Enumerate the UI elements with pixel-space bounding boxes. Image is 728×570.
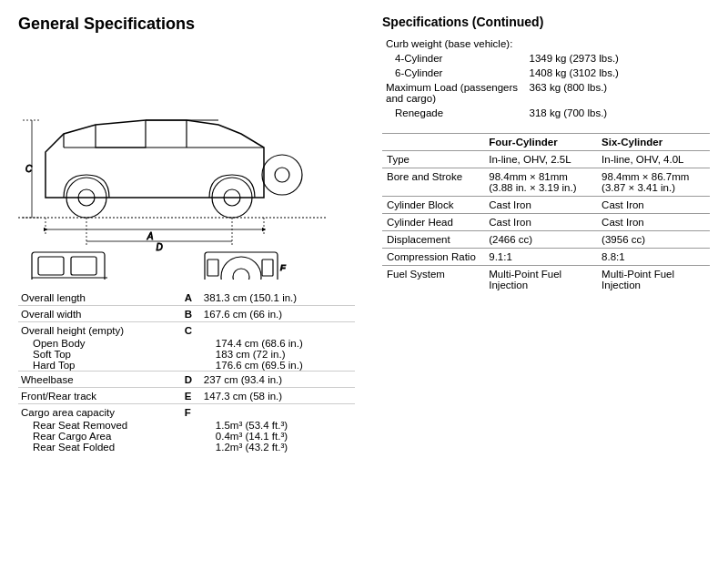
engine-row-label: Type <box>382 151 484 168</box>
engine-row: TypeIn-line, OHV, 2.5LIn-line, OHV, 4.0L <box>382 151 710 168</box>
engine-four-value: Cast Iron <box>484 197 597 214</box>
dim-sub-row: Soft Top183 cm (72 in.) <box>18 349 355 360</box>
engine-row-label: Bore and Stroke <box>382 168 484 197</box>
general-spec-row: Maximum Load (passengers and cargo)363 k… <box>382 80 710 106</box>
gs-label: 4-Cylinder <box>382 51 526 66</box>
engine-row-label: Compression Ratio <box>382 249 484 266</box>
engine-row: Cylinder BlockCast IronCast Iron <box>382 197 710 214</box>
svg-rect-26 <box>71 257 96 275</box>
gs-label: Curb weight (base vehicle): <box>382 36 526 51</box>
engine-row: Compression Ratio9.1:18.8:1 <box>382 249 710 266</box>
engine-six-value: Cast Iron <box>597 197 710 214</box>
general-specs-section: Curb weight (base vehicle):4-Cylinder134… <box>382 36 710 120</box>
svg-text:C: C <box>25 164 33 174</box>
dim-label: Front/Rear track <box>18 388 182 404</box>
engine-six-value: 98.4mm × 86.7mm (3.87 × 3.41 in.) <box>597 168 710 197</box>
dim-letter: A <box>182 290 201 306</box>
engine-six-value: (3956 cc) <box>597 231 710 249</box>
dim-letter: F <box>182 404 201 421</box>
general-specs-table: Curb weight (base vehicle):4-Cylinder134… <box>382 36 710 120</box>
dim-row: Overall lengthA381.3 cm (150.1 in.) <box>18 290 355 306</box>
gs-value <box>526 36 711 51</box>
engine-row-label: Cylinder Head <box>382 214 484 231</box>
svg-text:A: A <box>147 231 154 241</box>
dim-value <box>201 404 355 421</box>
engine-row-label: Displacement <box>382 231 484 249</box>
vehicle-diagram: A D C <box>18 43 337 280</box>
general-spec-row: 4-Cylinder1349 kg (2973 lbs.) <box>382 51 710 66</box>
engine-col-four-header: Four-Cylinder <box>484 134 597 151</box>
dim-sub-label: Rear Seat Removed <box>18 420 182 431</box>
general-spec-row: Curb weight (base vehicle): <box>382 36 710 51</box>
gs-label: Maximum Load (passengers and cargo) <box>382 80 526 106</box>
dim-row: Front/Rear trackE147.3 cm (58 in.) <box>18 388 355 404</box>
gs-label: 6-Cylinder <box>382 66 526 80</box>
dim-row: Overall height (empty)C <box>18 322 355 339</box>
dim-sub-label: Rear Cargo Area <box>18 431 182 442</box>
dim-value: 237 cm (93.4 in.) <box>201 372 355 388</box>
general-spec-row: 6-Cylinder1408 kg (3102 lbs.) <box>382 66 710 80</box>
engine-six-value: In-line, OHV, 4.0L <box>597 151 710 168</box>
dim-letter: E <box>182 388 201 404</box>
dim-sub-label: Open Body <box>18 338 182 349</box>
gs-label: Renegade <box>382 106 526 120</box>
dim-value: 167.6 cm (66 in.) <box>201 306 355 322</box>
engine-four-value: 98.4mm × 81mm (3.88 in. × 3.19 in.) <box>484 168 597 197</box>
gs-value: 1349 kg (2973 lbs.) <box>526 51 711 66</box>
engine-four-value: Multi-Point Fuel Injection <box>484 266 597 294</box>
engine-six-value: Cast Iron <box>597 214 710 231</box>
dim-label: Overall height (empty) <box>18 322 182 339</box>
dim-sub-row: Rear Seat Removed1.5m³ (53.4 ft.³) <box>18 420 355 431</box>
dim-sub-row: Rear Cargo Area0.4m³ (14.1 ft.³) <box>18 431 355 442</box>
engine-four-value: In-line, OHV, 2.5L <box>484 151 597 168</box>
dim-letter: C <box>182 322 201 339</box>
engine-four-value: Cast Iron <box>484 214 597 231</box>
dim-value <box>201 322 355 339</box>
page-title: General Specifications <box>18 15 355 34</box>
svg-rect-39 <box>207 260 218 276</box>
dim-sub-row: Open Body174.4 cm (68.6 in.) <box>18 338 355 349</box>
engine-four-value: 9.1:1 <box>484 249 597 266</box>
engine-row-label: Fuel System <box>382 266 484 294</box>
svg-rect-25 <box>38 257 64 275</box>
right-title: Specifications (Continued) <box>382 15 710 29</box>
dim-row: WheelbaseD237 cm (93.4 in.) <box>18 372 355 388</box>
dim-sub-row: Hard Top176.6 cm (69.5 in.) <box>18 360 355 372</box>
gs-value: 318 kg (700 lbs.) <box>526 106 711 120</box>
engine-row: Fuel SystemMulti-Point Fuel InjectionMul… <box>382 266 710 294</box>
dim-value: 381.3 cm (150.1 in.) <box>201 290 355 306</box>
gs-value: 363 kg (800 lbs.) <box>526 80 711 106</box>
dim-sub-label: Rear Seat Folded <box>18 442 182 453</box>
gs-value: 1408 kg (3102 lbs.) <box>526 66 711 80</box>
page-container: General Specifications <box>18 15 710 453</box>
engine-six-value: 8.8:1 <box>597 249 710 266</box>
dim-sub-row: Rear Seat Folded1.2m³ (43.2 ft.³) <box>18 442 355 453</box>
dimensions-table: Overall lengthA381.3 cm (150.1 in.)Overa… <box>18 290 355 453</box>
engine-row: Displacement(2466 cc)(3956 cc) <box>382 231 710 249</box>
svg-text:F: F <box>280 263 286 272</box>
left-column: General Specifications <box>18 15 355 453</box>
general-spec-row: Renegade318 kg (700 lbs.) <box>382 106 710 120</box>
engine-row-label: Cylinder Block <box>382 197 484 214</box>
engine-row: Bore and Stroke98.4mm × 81mm (3.88 in. ×… <box>382 168 710 197</box>
svg-point-6 <box>275 168 289 182</box>
dim-sub-label: Soft Top <box>18 349 182 360</box>
dim-sub-value: 183 cm (72 in.) <box>201 349 355 360</box>
dim-label: Overall width <box>18 306 182 322</box>
svg-rect-40 <box>262 260 273 276</box>
dim-sub-value: 0.4m³ (14.1 ft.³) <box>201 431 355 442</box>
svg-text:D: D <box>156 242 162 252</box>
engine-four-value: (2466 cc) <box>484 231 597 249</box>
dim-label: Overall length <box>18 290 182 306</box>
engine-col-label <box>382 134 484 151</box>
dim-row: Overall widthB167.6 cm (66 in.) <box>18 306 355 322</box>
engine-table: Four-Cylinder Six-Cylinder TypeIn-line, … <box>382 133 710 293</box>
dim-sub-value: 1.5m³ (53.4 ft.³) <box>201 420 355 431</box>
svg-point-5 <box>262 155 302 195</box>
dim-letter: B <box>182 306 201 322</box>
dim-sub-value: 174.4 cm (68.6 in.) <box>201 338 355 349</box>
dim-letter: D <box>182 372 201 388</box>
dim-sub-value: 1.2m³ (43.2 ft.³) <box>201 442 355 453</box>
right-column: Specifications (Continued) Curb weight (… <box>382 15 710 453</box>
dim-value: 147.3 cm (58 in.) <box>201 388 355 404</box>
